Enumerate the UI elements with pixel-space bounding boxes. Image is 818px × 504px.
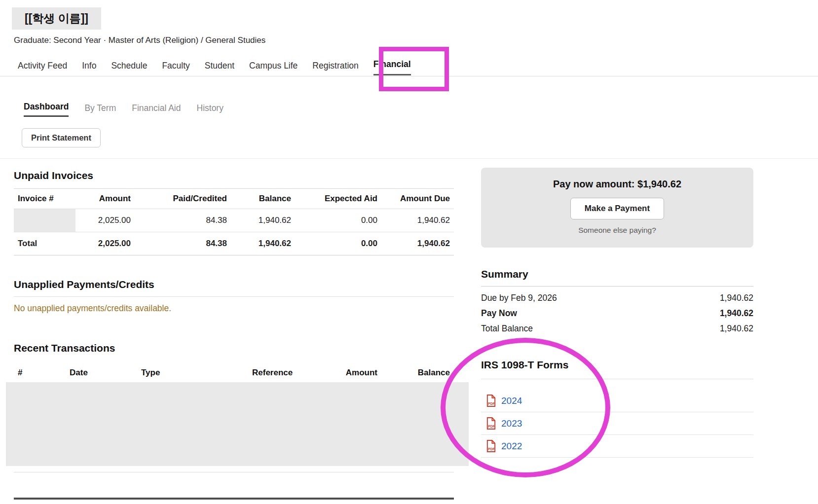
svg-text:PDF: PDF bbox=[488, 425, 494, 428]
irs-forms-list: PDF 2024 PDF 2023 PDF bbox=[481, 390, 753, 458]
irs-form-row-2022[interactable]: PDF 2022 bbox=[481, 435, 753, 458]
unapplied-payments-title: Unapplied Payments/Credits bbox=[14, 279, 154, 290]
invoice-balance-cell: 1,940.62 bbox=[231, 209, 295, 232]
invoice-expected-aid-cell: 0.00 bbox=[295, 209, 381, 232]
col-date: Date bbox=[66, 363, 137, 383]
summary-row-due: Due by Feb 9, 2026 1,940.62 bbox=[481, 290, 753, 306]
invoice-total-row: Total 2,025.00 84.38 1,940.62 0.00 1,940… bbox=[14, 232, 454, 255]
unapplied-empty-message: No unapplied payments/credits available. bbox=[14, 303, 171, 314]
col-invoice-number: Invoice # bbox=[14, 189, 75, 209]
col-amount: Amount bbox=[75, 189, 135, 209]
tab-financial[interactable]: Financial bbox=[373, 59, 411, 75]
sub-tab-history[interactable]: History bbox=[197, 103, 223, 117]
make-a-payment-button[interactable]: Make a Payment bbox=[570, 198, 664, 219]
main-tabs-divider bbox=[0, 76, 818, 76]
irs-form-link[interactable]: 2023 bbox=[501, 418, 522, 429]
recent-transactions-bottom-divider bbox=[14, 472, 454, 472]
total-balance-cell: 1,940.62 bbox=[231, 232, 295, 255]
summary-total-balance-value: 1,940.62 bbox=[720, 324, 753, 334]
summary-due-label: Due by Feb 9, 2026 bbox=[481, 293, 557, 303]
summary-divider bbox=[481, 286, 753, 287]
recent-transactions-title: Recent Transactions bbox=[14, 342, 115, 354]
tab-info[interactable]: Info bbox=[82, 61, 96, 75]
section-divider bbox=[0, 158, 818, 159]
unpaid-invoices-title: Unpaid Invoices bbox=[14, 170, 93, 181]
irs-forms-divider bbox=[481, 379, 753, 379]
summary-pay-now-value: 1,940.62 bbox=[720, 308, 753, 319]
summary-row-total-balance: Total Balance 1,940.62 bbox=[481, 321, 753, 336]
main-tabs: Activity Feed Info Schedule Faculty Stud… bbox=[18, 59, 411, 75]
tab-activity-feed[interactable]: Activity Feed bbox=[18, 61, 67, 75]
tab-schedule[interactable]: Schedule bbox=[111, 61, 147, 75]
recent-transactions-empty-area bbox=[6, 382, 469, 466]
svg-text:PDF: PDF bbox=[488, 402, 494, 405]
pdf-icon: PDF bbox=[486, 440, 496, 452]
col-expected-aid: Expected Aid bbox=[295, 189, 381, 209]
pdf-icon: PDF bbox=[486, 395, 496, 407]
summary-pay-now-label: Pay Now bbox=[481, 308, 517, 319]
print-statement-button[interactable]: Print Statement bbox=[22, 128, 101, 147]
invoice-paid-cell: 84.38 bbox=[135, 209, 231, 232]
student-name: [[학생 이름]] bbox=[12, 7, 101, 30]
sub-tab-financial-aid[interactable]: Financial Aid bbox=[132, 103, 181, 117]
col-balance: Balance bbox=[231, 189, 295, 209]
page-bottom-rule bbox=[14, 498, 454, 500]
pdf-icon: PDF bbox=[486, 417, 496, 430]
total-amount-due-cell: 1,940.62 bbox=[381, 232, 454, 255]
irs-form-link[interactable]: 2024 bbox=[501, 396, 522, 406]
unpaid-invoices-table: Invoice # Amount Paid/Credited Balance E… bbox=[14, 188, 454, 255]
total-expected-aid-cell: 0.00 bbox=[295, 232, 381, 255]
summary-total-balance-label: Total Balance bbox=[481, 324, 533, 334]
recent-transactions-header-row: # Date Type Reference Amount Balance bbox=[14, 363, 454, 383]
unpaid-invoices-header-row: Invoice # Amount Paid/Credited Balance E… bbox=[14, 189, 454, 209]
total-label-cell: Total bbox=[14, 232, 75, 255]
tab-registration[interactable]: Registration bbox=[312, 61, 358, 75]
someone-else-paying-link[interactable]: Someone else paying? bbox=[578, 226, 656, 235]
tab-campus-life[interactable]: Campus Life bbox=[249, 61, 297, 75]
col-type: Type bbox=[137, 363, 248, 383]
summary-rows: Due by Feb 9, 2026 1,940.62 Pay Now 1,94… bbox=[481, 290, 753, 336]
tab-student[interactable]: Student bbox=[205, 61, 234, 75]
tab-faculty[interactable]: Faculty bbox=[162, 61, 189, 75]
irs-form-row-2023[interactable]: PDF 2023 bbox=[481, 412, 753, 435]
invoice-amount-cell: 2,025.00 bbox=[75, 209, 135, 232]
summary-row-pay-now: Pay Now 1,940.62 bbox=[481, 306, 753, 321]
summary-due-value: 1,940.62 bbox=[720, 293, 753, 303]
pay-now-box: Pay now amount: $1,940.62 Make a Payment… bbox=[481, 168, 753, 248]
col-amount-due: Amount Due bbox=[381, 189, 454, 209]
sub-tab-dashboard[interactable]: Dashboard bbox=[24, 102, 69, 117]
invoice-number-cell bbox=[14, 209, 75, 232]
pay-now-amount: Pay now amount: $1,940.62 bbox=[553, 179, 681, 190]
col-rt-balance: Balance bbox=[381, 363, 454, 383]
total-amount-cell: 2,025.00 bbox=[75, 232, 135, 255]
student-program-subtitle: Graduate: Second Year · Master of Arts (… bbox=[14, 36, 265, 45]
col-reference: Reference bbox=[248, 363, 327, 383]
sub-tab-by-term[interactable]: By Term bbox=[84, 103, 116, 117]
col-paid-credited: Paid/Credited bbox=[135, 189, 231, 209]
invoice-row[interactable]: 2,025.00 84.38 1,940.62 0.00 1,940.62 bbox=[14, 209, 454, 232]
col-number: # bbox=[14, 363, 66, 383]
irs-form-link[interactable]: 2022 bbox=[501, 441, 522, 452]
svg-text:PDF: PDF bbox=[488, 447, 494, 451]
invoice-amount-due-cell: 1,940.62 bbox=[381, 209, 454, 232]
irs-forms-title: IRS 1098-T Forms bbox=[481, 359, 568, 371]
irs-form-row-2024[interactable]: PDF 2024 bbox=[481, 390, 753, 412]
financial-sub-tabs: Dashboard By Term Financial Aid History bbox=[24, 102, 223, 117]
unapplied-divider bbox=[14, 296, 454, 297]
recent-transactions-table: # Date Type Reference Amount Balance bbox=[14, 363, 454, 383]
total-paid-cell: 84.38 bbox=[135, 232, 231, 255]
financial-dashboard-page: [[학생 이름]] Graduate: Second Year · Master… bbox=[0, 0, 818, 504]
col-rt-amount: Amount bbox=[327, 363, 381, 383]
summary-title: Summary bbox=[481, 268, 528, 280]
